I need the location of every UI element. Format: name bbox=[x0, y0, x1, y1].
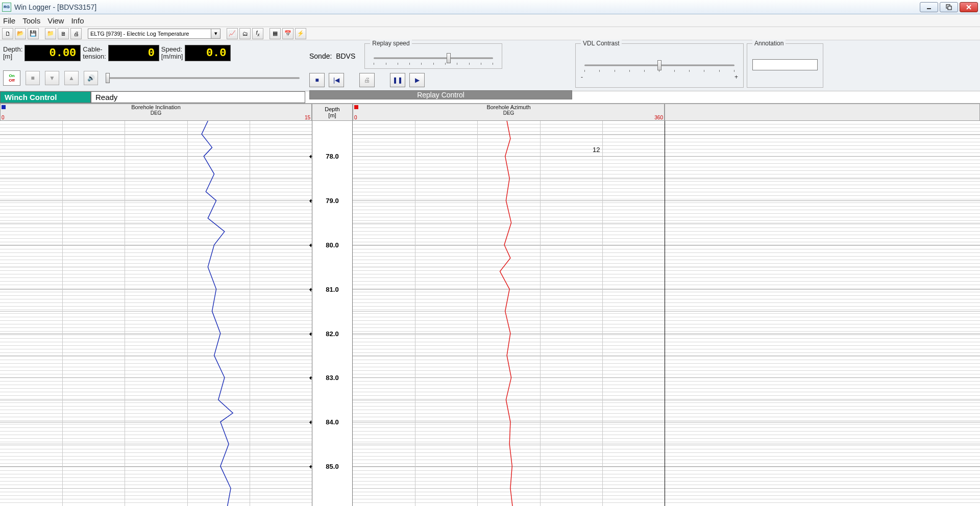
sonde-select[interactable]: ELTG [9739] - Electric Log Temperature ▾ bbox=[88, 29, 220, 39]
window-title: Win Logger - [BDVS3157] bbox=[14, 3, 96, 11]
speed-display: 0.0 bbox=[185, 45, 231, 61]
depth-label: Depth:[m] bbox=[3, 46, 22, 60]
track-azimuth-header: Borehole Azimuth DEG 0360 bbox=[353, 104, 665, 121]
svg-rect-2 bbox=[948, 6, 951, 10]
menu-tools[interactable]: Tools bbox=[22, 16, 40, 25]
menu-file[interactable]: File bbox=[3, 16, 15, 25]
sonde-label: Sonde: BDVS bbox=[309, 52, 355, 60]
annotation-input[interactable] bbox=[752, 59, 818, 70]
tool-new-icon[interactable]: 🗋 bbox=[2, 28, 13, 39]
close-button[interactable] bbox=[960, 2, 978, 12]
minimize-button[interactable] bbox=[920, 2, 938, 12]
track-azimuth-body[interactable]: 12 bbox=[353, 121, 665, 506]
replay-speed-group: Replay speed bbox=[364, 43, 502, 69]
tool-fx-icon[interactable]: fx bbox=[252, 28, 263, 39]
winch-down-button[interactable]: ▼ bbox=[45, 71, 59, 85]
annotation-12: 12 bbox=[593, 146, 600, 154]
readouts: Depth:[m] 0.00 Cable-tension: 0 Speed:[m… bbox=[0, 40, 306, 66]
depth-display: 0.00 bbox=[24, 45, 81, 61]
annotation-group: Annotation bbox=[747, 43, 823, 88]
vdl-minus: - bbox=[581, 73, 583, 81]
vdl-contrast-group: VDL Contrast -+ bbox=[575, 43, 744, 88]
track-divider bbox=[665, 121, 665, 506]
winch-stop-button[interactable]: ■ bbox=[26, 71, 40, 85]
app-icon: RG bbox=[2, 3, 11, 12]
tool-preview-icon[interactable]: 🗎 bbox=[58, 28, 69, 39]
square-icon bbox=[2, 105, 6, 109]
tool-folder-icon[interactable]: 📁 bbox=[45, 28, 56, 39]
replay-pause-button[interactable]: ❚❚ bbox=[390, 73, 405, 87]
tool-calendar-icon[interactable]: 📅 bbox=[282, 28, 293, 39]
replay-speed-legend: Replay speed bbox=[370, 40, 411, 47]
titlebar: RG Win Logger - [BDVS3157] bbox=[0, 0, 980, 14]
tool-save-icon[interactable]: 💾 bbox=[28, 28, 39, 39]
track-blank-header bbox=[665, 104, 980, 121]
track-inclination-body[interactable] bbox=[0, 121, 312, 506]
tool-print-icon[interactable]: 🖨 bbox=[70, 28, 82, 39]
winch-sound-button[interactable]: 🔊 bbox=[84, 71, 98, 85]
panels-row: Depth:[m] 0.00 Cable-tension: 0 Speed:[m… bbox=[0, 40, 980, 91]
winch-onoff-button[interactable]: OnOff bbox=[3, 70, 20, 86]
replay-speed-slider[interactable] bbox=[370, 52, 497, 64]
replay-play-button[interactable]: ▶ bbox=[409, 73, 425, 87]
vdl-legend: VDL Contrast bbox=[581, 40, 622, 47]
vdl-contrast-slider[interactable] bbox=[581, 59, 738, 71]
track-blank-body[interactable] bbox=[665, 121, 980, 506]
chevron-down-icon[interactable]: ▾ bbox=[211, 29, 220, 38]
tool-chart-icon[interactable]: 📈 bbox=[227, 28, 238, 39]
winch-speed-slider[interactable] bbox=[103, 72, 303, 84]
tool-bolt-icon[interactable]: ⚡ bbox=[295, 28, 306, 39]
replay-stop-button[interactable]: ■ bbox=[309, 73, 325, 87]
winch-controls: OnOff ■ ▼ ▲ 🔊 bbox=[0, 66, 306, 90]
winch-up-button[interactable]: ▲ bbox=[64, 71, 79, 85]
tool-grid-icon[interactable]: ▦ bbox=[270, 28, 281, 39]
square-icon bbox=[354, 105, 358, 109]
status-ready: Ready bbox=[91, 91, 305, 103]
maximize-button[interactable] bbox=[940, 2, 958, 12]
menu-info[interactable]: Info bbox=[71, 16, 84, 25]
tension-display: 0 bbox=[108, 45, 159, 61]
menubar: File Tools View Info bbox=[0, 14, 980, 27]
menu-view[interactable]: View bbox=[47, 16, 64, 25]
replay-print-button[interactable]: 🖨 bbox=[359, 73, 375, 87]
log-area: Borehole Inclination DEG 015 Depth[m] Bo… bbox=[0, 104, 980, 506]
tool-open-icon[interactable]: 📂 bbox=[15, 28, 26, 39]
tool-layers-icon[interactable]: 🗂 bbox=[239, 28, 251, 39]
status-winch: Winch Control bbox=[0, 91, 91, 103]
speed-label: Speed:[m/min] bbox=[161, 46, 183, 60]
track-inclination-header: Borehole Inclination DEG 015 bbox=[0, 104, 312, 121]
depth-column-header: Depth[m] bbox=[312, 104, 353, 121]
vdl-plus: + bbox=[734, 73, 738, 81]
toolbar: 🗋 📂 💾 📁 🗎 🖨 ELTG [9739] - Electric Log T… bbox=[0, 27, 980, 40]
sonde-select-value: ELTG [9739] - Electric Log Temperature bbox=[90, 31, 189, 37]
replay-control-bar: Replay Control bbox=[309, 90, 572, 99]
replay-prev-button[interactable]: |◀ bbox=[329, 73, 344, 87]
annotation-legend: Annotation bbox=[752, 40, 786, 47]
depth-column[interactable]: 78.079.080.081.082.083.084.085.086.0 bbox=[312, 121, 353, 506]
tension-label: Cable-tension: bbox=[83, 46, 106, 60]
